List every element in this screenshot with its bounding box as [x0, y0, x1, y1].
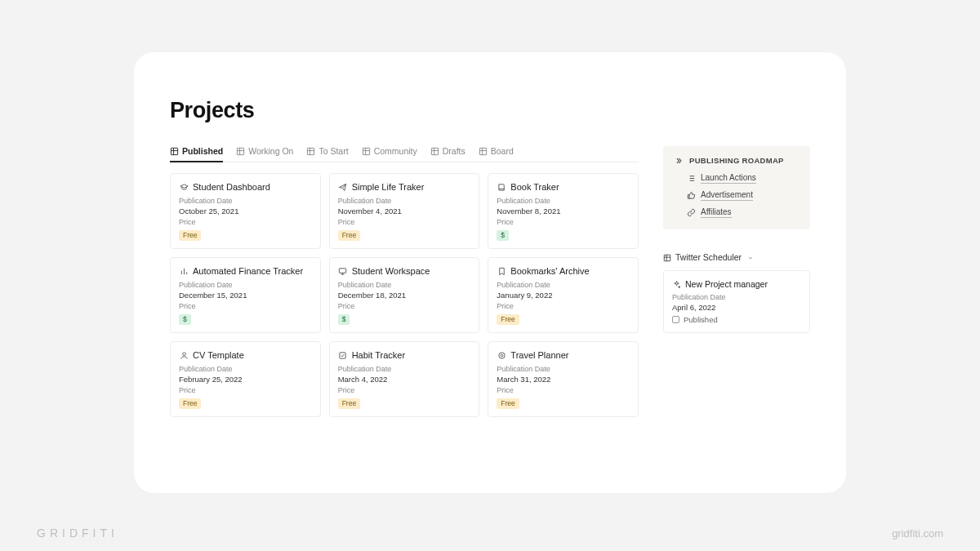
- table-icon: [430, 146, 439, 155]
- twitter-scheduler-toggle[interactable]: Twitter Scheduler: [663, 252, 810, 262]
- check-square-icon: [338, 351, 348, 360]
- project-card[interactable]: Bookmarks' Archive Publication Date Janu…: [488, 257, 639, 333]
- chevron-down-icon: [747, 254, 754, 261]
- tab-community[interactable]: Community: [362, 146, 417, 156]
- table-icon: [170, 146, 179, 155]
- sparkle-icon: [672, 279, 681, 289]
- price-badge: $: [497, 230, 509, 241]
- roadmap-item-label: Launch Actions: [701, 173, 756, 184]
- monitor-icon: [338, 267, 348, 276]
- side-card-status-label: Published: [684, 315, 718, 324]
- project-card[interactable]: Book Traker Publication Date November 8,…: [488, 173, 639, 249]
- table-icon: [306, 146, 315, 155]
- svg-rect-2: [308, 148, 314, 154]
- pubdate-value: March 31, 2022: [497, 375, 630, 384]
- svg-rect-8: [340, 352, 345, 358]
- pubdate-value: February 25, 2022: [179, 375, 312, 384]
- pubdate-value: December 15, 2021: [179, 291, 312, 300]
- book-icon: [497, 183, 506, 192]
- tab-label: Working On: [248, 146, 293, 156]
- project-card[interactable]: Student Workspace Publication Date Decem…: [329, 257, 480, 333]
- svg-rect-3: [363, 148, 369, 154]
- price-label: Price: [338, 386, 471, 394]
- project-card[interactable]: Student Dashboard Publication Date Octob…: [170, 173, 321, 249]
- checkbox-icon[interactable]: [672, 316, 679, 323]
- side-card-pubdate-value: April 6, 2022: [672, 303, 801, 312]
- project-card[interactable]: CV Template Publication Date February 25…: [170, 341, 321, 417]
- new-project-manager-card[interactable]: New Project manager Publication Date Apr…: [663, 270, 810, 333]
- pubdate-label: Publication Date: [497, 281, 630, 289]
- pubdate-label: Publication Date: [338, 197, 471, 205]
- roadmap-heading[interactable]: PUBLISHING ROADMAP: [675, 156, 799, 165]
- project-card[interactable]: Automated Finance Tracker Publication Da…: [170, 257, 321, 333]
- pubdate-value: December 18, 2021: [338, 291, 471, 300]
- roadmap-item-label: Affiliates: [701, 207, 732, 218]
- tab-label: To Start: [318, 146, 348, 156]
- right-column: PUBLISHING ROADMAP Launch ActionsAdverti…: [663, 146, 810, 333]
- pubdate-label: Publication Date: [338, 281, 471, 289]
- tab-board[interactable]: Board: [479, 146, 514, 156]
- card-title: Book Traker: [510, 182, 559, 192]
- roadmap-item-advertisement[interactable]: Advertisement: [675, 190, 799, 201]
- tab-label: Board: [491, 146, 514, 156]
- roadmap-item-affiliates[interactable]: Affiliates: [675, 207, 799, 218]
- price-label: Price: [179, 218, 312, 226]
- table-icon: [479, 146, 488, 155]
- pubdate-label: Publication Date: [497, 365, 630, 373]
- link-icon: [686, 208, 696, 217]
- project-card[interactable]: Habit Tracker Publication Date March 4, …: [329, 341, 480, 417]
- paper-plane-icon: [338, 183, 348, 192]
- price-label: Price: [179, 386, 312, 394]
- pubdate-label: Publication Date: [338, 365, 471, 373]
- card-title: Habit Tracker: [352, 350, 405, 360]
- price-label: Price: [497, 386, 630, 394]
- price-badge: Free: [179, 398, 201, 409]
- app-window: Projects PublishedWorking OnTo StartComm…: [134, 52, 846, 493]
- watermark-left: GRIDFITI: [37, 527, 118, 540]
- svg-rect-0: [171, 148, 177, 154]
- price-label: Price: [179, 302, 312, 310]
- card-title: Bookmarks' Archive: [510, 266, 589, 276]
- svg-point-10: [501, 354, 503, 357]
- chevron-right-icon: [675, 156, 683, 165]
- svg-point-7: [182, 352, 185, 355]
- price-badge: Free: [338, 230, 360, 241]
- tab-label: Community: [374, 146, 417, 156]
- svg-rect-4: [431, 148, 438, 154]
- svg-rect-1: [238, 148, 244, 154]
- price-label: Price: [338, 218, 471, 226]
- tab-label: Drafts: [443, 146, 466, 156]
- card-title: CV Template: [193, 350, 244, 360]
- target-icon: [497, 351, 506, 360]
- price-badge: Free: [338, 398, 360, 409]
- project-cards-grid: Student Dashboard Publication Date Octob…: [170, 173, 639, 417]
- tab-working-on[interactable]: Working On: [236, 146, 293, 156]
- price-badge: $: [338, 314, 350, 325]
- card-title: Simple Life Traker: [352, 182, 425, 192]
- project-card[interactable]: Simple Life Traker Publication Date Nove…: [329, 173, 480, 249]
- tab-to-start[interactable]: To Start: [306, 146, 348, 156]
- list-icon: [686, 174, 696, 183]
- tab-drafts[interactable]: Drafts: [430, 146, 466, 156]
- roadmap-heading-label: PUBLISHING ROADMAP: [689, 156, 784, 165]
- svg-point-9: [499, 352, 505, 358]
- table-icon: [362, 146, 371, 155]
- pubdate-value: October 25, 2021: [179, 207, 312, 216]
- side-card-title: New Project manager: [685, 279, 768, 289]
- svg-rect-6: [340, 268, 346, 273]
- bookmark-icon: [497, 267, 506, 276]
- side-card-status: Published: [672, 315, 801, 324]
- bars-icon: [179, 267, 189, 276]
- card-title: Automated Finance Tracker: [193, 266, 303, 276]
- price-label: Price: [497, 218, 630, 226]
- price-badge: Free: [179, 230, 201, 241]
- table-icon: [663, 253, 671, 262]
- pubdate-label: Publication Date: [497, 197, 630, 205]
- roadmap-item-launch-actions[interactable]: Launch Actions: [675, 173, 799, 184]
- card-title: Student Workspace: [352, 266, 430, 276]
- project-card[interactable]: Travel Planner Publication Date March 31…: [488, 341, 639, 417]
- page-title: Projects: [170, 98, 810, 123]
- pubdate-value: November 4, 2021: [338, 207, 471, 216]
- tab-published[interactable]: Published: [170, 146, 223, 156]
- pubdate-value: November 8, 2021: [497, 207, 630, 216]
